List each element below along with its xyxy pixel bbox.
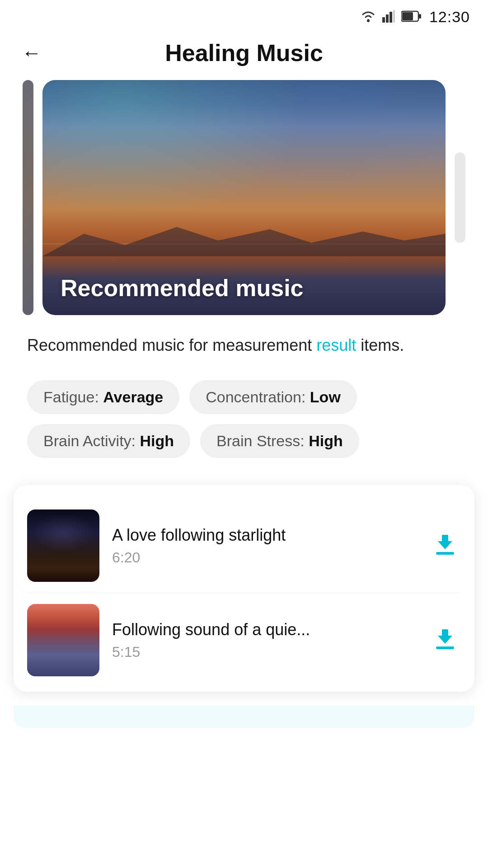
svg-rect-3 — [389, 12, 392, 23]
download-icon-1 — [432, 532, 459, 559]
status-time: 12:30 — [429, 8, 470, 26]
back-arrow-icon: ← — [22, 43, 42, 63]
music-title-1: A love following starlight — [112, 526, 417, 545]
back-button[interactable]: ← — [18, 39, 45, 66]
svg-rect-8 — [436, 552, 454, 555]
music-info-1: A love following starlight 6:20 — [112, 526, 417, 566]
svg-rect-4 — [393, 10, 395, 23]
svg-rect-2 — [386, 14, 389, 23]
description-prefix: Recommended music for measurement — [27, 336, 316, 354]
svg-rect-10 — [442, 535, 448, 544]
music-duration-2: 5:15 — [112, 644, 417, 660]
hero-carousel: Recommended music — [0, 80, 488, 315]
music-item-2[interactable]: Following sound of a quie... 5:15 — [27, 593, 461, 687]
battery-icon — [401, 10, 421, 24]
svg-rect-7 — [419, 14, 421, 19]
music-title-2: Following sound of a quie... — [112, 620, 417, 639]
tags-section: Fatigue: Average Concentration: Low Brai… — [0, 367, 488, 467]
wifi-icon — [361, 10, 376, 24]
svg-rect-6 — [402, 12, 413, 20]
description-section: Recommended music for measurement result… — [0, 315, 488, 367]
status-icons — [361, 10, 421, 24]
status-bar: 12:30 — [0, 0, 488, 30]
hero-mountains — [42, 220, 446, 256]
description-text: Recommended music for measurement result… — [27, 333, 461, 358]
music-thumb-1 — [27, 509, 99, 582]
download-button-2[interactable] — [429, 624, 461, 656]
signal-icon — [382, 10, 395, 24]
music-item-1[interactable]: A love following starlight 6:20 — [27, 499, 461, 593]
music-duration-1: 6:20 — [112, 549, 417, 566]
header: ← Healing Music — [0, 30, 488, 80]
page-title: Healing Music — [165, 39, 323, 66]
tag-concentration: Concentration: Low — [189, 380, 357, 414]
thumb-ocean — [27, 604, 99, 676]
download-icon-2 — [432, 627, 459, 654]
tag-fatigue: Fatigue: Average — [27, 380, 179, 414]
svg-rect-1 — [382, 17, 385, 23]
music-info-2: Following sound of a quie... 5:15 — [112, 620, 417, 660]
description-highlight: result — [316, 336, 356, 354]
svg-rect-11 — [436, 646, 454, 649]
tag-brain-activity: Brain Activity: High — [27, 424, 190, 458]
tag-brain-stress: Brain Stress: High — [200, 424, 359, 458]
hero-label: Recommended music — [42, 261, 322, 315]
carousel-right-peek — [455, 152, 465, 243]
description-suffix: items. — [356, 336, 404, 354]
music-list-card: A love following starlight 6:20 Followin… — [14, 485, 474, 692]
music-thumb-2 — [27, 604, 99, 676]
carousel-left-peek — [23, 80, 33, 315]
thumb-starlight — [27, 509, 99, 582]
svg-rect-13 — [442, 629, 448, 638]
bottom-peek — [14, 705, 474, 728]
hero-card[interactable]: Recommended music — [42, 80, 446, 315]
download-button-1[interactable] — [429, 530, 461, 561]
svg-point-0 — [367, 19, 370, 22]
